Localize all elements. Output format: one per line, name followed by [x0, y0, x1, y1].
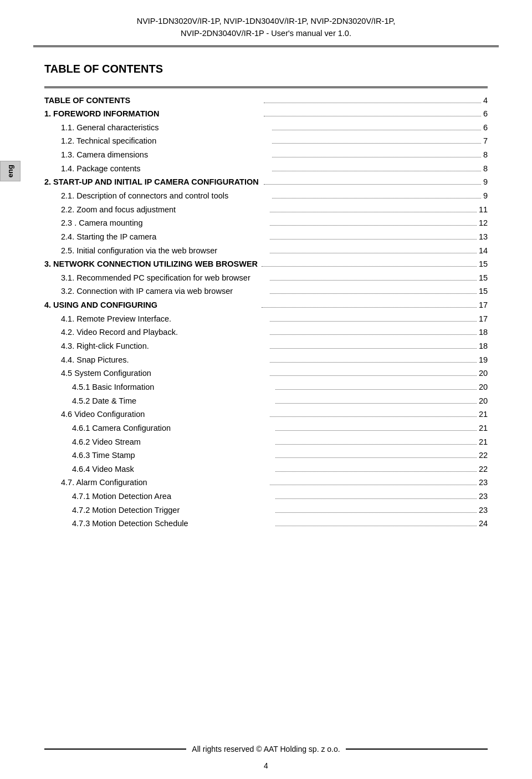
toc-dots	[270, 293, 477, 294]
toc-entry: 2.5. Initial configuration via the web b…	[44, 244, 488, 258]
toc-top-rule	[44, 86, 488, 88]
toc-list: TABLE OF CONTENTS41. FOREWORD INFORMATIO…	[44, 94, 488, 531]
toc-entry-text: 1.4. Package contents	[44, 162, 270, 176]
toc-page-num: 14	[479, 244, 488, 258]
toc-entry: 4.5.1 Basic Information20	[44, 380, 488, 394]
footer-text: All rights reserved © AAT Holding sp. z …	[192, 745, 340, 753]
toc-dots	[275, 430, 477, 431]
toc-dots	[272, 157, 481, 157]
toc-page-num: 17	[479, 298, 488, 312]
toc-dots	[275, 526, 477, 526]
toc-dots	[272, 171, 481, 171]
toc-entry-text: 4.5.2 Date & Time	[44, 394, 273, 408]
toc-entry: 4.7.2 Motion Detection Trigger23	[44, 503, 488, 517]
toc-page-num: 9	[483, 175, 488, 189]
toc-page-num: 6	[483, 107, 488, 121]
toc-entry: 4.6 Video Configuration21	[44, 408, 488, 421]
toc-entry: 3.2. Connection with IP camera via web b…	[44, 284, 488, 298]
toc-page-num: 9	[483, 189, 488, 203]
toc-page-num: 20	[479, 366, 488, 380]
toc-entry: TABLE OF CONTENTS4	[44, 94, 488, 108]
toc-entry: 4.7. Alarm Configuration23	[44, 476, 488, 490]
toc-entry-text: 4.6.2 Video Stream	[44, 435, 273, 449]
toc-entry-text: 2.5. Initial configuration via the web b…	[44, 244, 268, 258]
toc-dots	[275, 471, 477, 472]
toc-entry-text: 4.6.4 Video Mask	[44, 462, 273, 476]
toc-dots	[272, 143, 481, 144]
toc-page-num: 11	[479, 203, 488, 217]
toc-dots	[272, 130, 481, 130]
language-tab: eng	[0, 161, 21, 181]
toc-title: TABLE OF CONTENTS	[44, 63, 488, 75]
toc-entry: 4.6.2 Video Stream21	[44, 435, 488, 449]
toc-dots	[262, 307, 477, 308]
page-number: 4	[0, 758, 532, 779]
page-header: NVIP-1DN3020V/IR-1P, NVIP-1DN3040V/IR-1P…	[0, 0, 532, 45]
toc-entry-text: 1.1. General characteristics	[44, 121, 270, 135]
toc-entry: 1.1. General characteristics6	[44, 121, 488, 135]
toc-entry: 2.2. Zoom and focus adjustment11	[44, 203, 488, 217]
toc-entry-text: 4.7.1 Motion Detection Area	[44, 490, 273, 503]
content-area: TABLE OF CONTENTS TABLE OF CONTENTS41. F…	[0, 47, 532, 739]
toc-entry-text: 2. START-UP AND INITIAL IP CAMERA CONFIG…	[44, 175, 262, 189]
toc-entry-text: 4. USING AND CONFIGURING	[44, 298, 259, 312]
toc-entry-text: 4.1. Remote Preview Interface.	[44, 312, 268, 326]
toc-dots	[275, 403, 477, 404]
toc-dots	[270, 485, 477, 485]
toc-dots	[264, 184, 481, 185]
toc-page-num: 18	[479, 325, 488, 339]
toc-entry-text: 3.1. Recommended PC specification for we…	[44, 271, 268, 285]
toc-dots	[270, 253, 477, 253]
header-line2: NVIP-2DN3040V/IR-1P - User's manual ver …	[44, 28, 488, 40]
toc-dots	[270, 225, 477, 226]
toc-dots	[270, 348, 477, 349]
toc-entry: 2.4. Starting the IP camera13	[44, 230, 488, 244]
toc-entry: 1.2. Technical specification7	[44, 134, 488, 148]
toc-entry: 4.1. Remote Preview Interface.17	[44, 312, 488, 326]
toc-dots	[270, 334, 477, 335]
toc-entry: 4.7.1 Motion Detection Area23	[44, 490, 488, 503]
toc-dots	[275, 457, 477, 458]
toc-page-num: 23	[479, 503, 488, 517]
toc-dots	[270, 375, 477, 376]
toc-entry-text: 4.7. Alarm Configuration	[44, 476, 268, 490]
toc-entry: 1. FOREWORD INFORMATION6	[44, 107, 488, 121]
toc-entry-text: 4.5.1 Basic Information	[44, 380, 273, 394]
toc-entry-text: 4.2. Video Record and Playback.	[44, 325, 268, 339]
toc-dots	[262, 266, 477, 267]
toc-page-num: 15	[479, 271, 488, 285]
toc-page-num: 13	[479, 230, 488, 244]
toc-dots	[272, 198, 481, 198]
toc-entry-text: 4.6.3 Time Stamp	[44, 449, 273, 462]
toc-entry: 4.6.1 Camera Configuration21	[44, 421, 488, 435]
toc-entry: 4.5.2 Date & Time20	[44, 394, 488, 408]
toc-dots	[264, 116, 481, 116]
toc-page-num: 22	[479, 449, 488, 462]
toc-entry-text: 4.3. Right-click Function.	[44, 339, 268, 353]
toc-page-num: 23	[479, 476, 488, 490]
toc-page-num: 15	[479, 257, 488, 271]
toc-page-num: 18	[479, 339, 488, 353]
toc-entry-text: 3. NETWORK CONNECTION UTILIZING WEB BROS…	[44, 257, 259, 271]
toc-page-num: 7	[483, 134, 488, 148]
toc-dots	[275, 444, 477, 445]
toc-entry: 4.3. Right-click Function.18	[44, 339, 488, 353]
toc-entry-text: TABLE OF CONTENTS	[44, 94, 262, 108]
toc-dots	[275, 512, 477, 513]
toc-page-num: 8	[483, 148, 488, 162]
toc-entry: 4.2. Video Record and Playback.18	[44, 325, 488, 339]
toc-entry: 4. USING AND CONFIGURING17	[44, 298, 488, 312]
toc-page-num: 8	[483, 162, 488, 176]
toc-entry-text: 4.7.3 Motion Detection Schedule	[44, 517, 273, 531]
toc-entry-text: 1.2. Technical specification	[44, 134, 270, 148]
page: eng NVIP-1DN3020V/IR-1P, NVIP-1DN3040V/I…	[0, 0, 532, 779]
toc-entry: 2. START-UP AND INITIAL IP CAMERA CONFIG…	[44, 175, 488, 189]
toc-entry: 4.7.3 Motion Detection Schedule24	[44, 517, 488, 531]
toc-entry-text: 2.2. Zoom and focus adjustment	[44, 203, 268, 217]
toc-page-num: 23	[479, 490, 488, 503]
toc-page-num: 6	[483, 121, 488, 135]
toc-entry: 4.6.4 Video Mask22	[44, 462, 488, 476]
footer-line-left	[44, 749, 186, 750]
toc-entry-text: 2.1. Description of connectors and contr…	[44, 189, 270, 203]
toc-dots	[270, 416, 477, 417]
